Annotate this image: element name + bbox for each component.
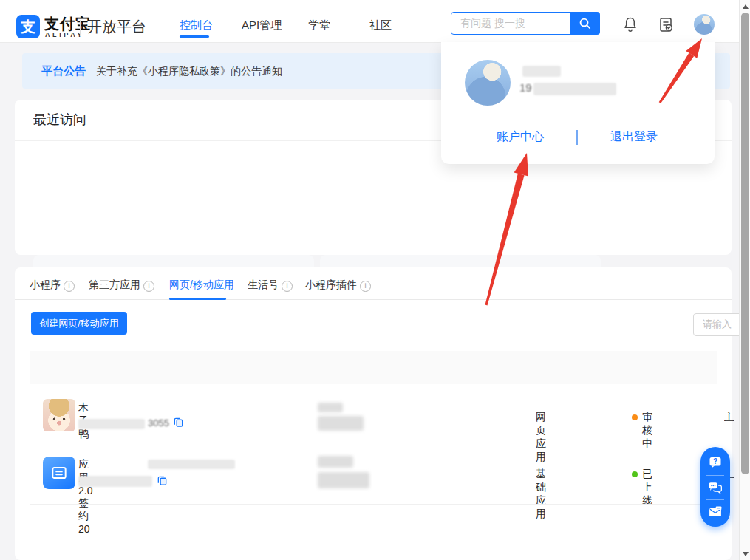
tab-active-underline: [169, 298, 226, 300]
tabs-divider: [15, 299, 732, 300]
question-bubble-icon: ?: [708, 455, 723, 470]
search-icon: [578, 16, 592, 30]
info-icon[interactable]: i: [360, 281, 371, 292]
copy-id-button[interactable]: [157, 475, 168, 489]
scrollbar-up-arrow[interactable]: [743, 4, 749, 9]
announcement-label: 平台公告: [41, 64, 86, 78]
row-app-id-tail: 3055: [148, 417, 169, 428]
widget-divider: [706, 499, 724, 500]
copy-icon: [157, 475, 168, 486]
row-app-name: 应用2.0签约20: [78, 458, 92, 535]
row-divider: [30, 504, 717, 505]
redacted-app-name: [148, 460, 235, 469]
tab-label: 小程序: [30, 279, 61, 290]
filter-input[interactable]: [701, 318, 743, 330]
row-role: 主: [724, 411, 736, 424]
top-navbar: 支 支付宝 ALIPAY 开放平台 控制台 API管理 学堂 社区: [0, 0, 739, 43]
redacted-owner-phone: [318, 416, 364, 431]
help-float-widget: ?: [700, 447, 730, 527]
tab-third-party[interactable]: 第三方应用 i: [89, 279, 154, 292]
announcement-link[interactable]: 关于补充《小程序隐私政策》的公告通知: [96, 65, 282, 78]
redacted-owner-phone: [318, 472, 369, 488]
nav-item-school[interactable]: 学堂: [308, 18, 330, 33]
alipay-open-platform-page: 支 支付宝 ALIPAY 开放平台 控制台 API管理 学堂 社区: [0, 0, 750, 560]
logo-divider: [80, 20, 81, 36]
user-dropdown-menu: 19 账户中心 退出登录: [441, 42, 715, 164]
bell-icon: [621, 16, 639, 33]
row-app-type: 基础应用: [536, 468, 546, 521]
tab-web-mobile-app[interactable]: 网页/移动应用: [169, 279, 234, 292]
app-avatar-image: [43, 399, 75, 431]
logout-link[interactable]: 退出登录: [610, 129, 658, 145]
app-default-icon: [43, 457, 75, 489]
redacted-app-id: [78, 419, 145, 429]
status-dot-online: [632, 471, 638, 477]
search-input-wrap: [451, 12, 570, 35]
tab-label: 生活号: [248, 279, 279, 290]
dropdown-vertical-divider: [576, 130, 578, 145]
scrollbar-down-arrow[interactable]: [743, 552, 749, 556]
table-header-row: 应用名称/ID 主体账号 应用类型 开发状态 我的角色: [30, 351, 717, 384]
nav-item-console[interactable]: 控制台: [180, 18, 213, 33]
alipay-logo-en: ALIPAY: [45, 31, 84, 38]
tab-label: 小程序插件: [305, 279, 357, 290]
faq-button[interactable]: ?: [708, 455, 723, 470]
scrollbar-thumb[interactable]: [741, 13, 749, 474]
feedback-mail-button[interactable]: [708, 505, 723, 519]
search-button[interactable]: [570, 12, 600, 35]
user-phone-fragment: 19: [519, 81, 532, 94]
chat-button[interactable]: [708, 480, 723, 495]
redacted-user-name: [522, 66, 561, 77]
recent-visits-title: 最近访问: [33, 111, 86, 129]
clipboard-check-icon: [657, 16, 675, 33]
alipay-logo-icon[interactable]: 支: [16, 15, 40, 38]
tab-label: 网页/移动应用: [169, 279, 234, 290]
copy-icon: [173, 417, 184, 428]
dropdown-divider: [463, 117, 695, 117]
mail-icon: [708, 505, 723, 519]
redacted-user-phone: [533, 83, 616, 95]
chat-bubbles-icon: [708, 480, 723, 495]
svg-text:?: ?: [713, 457, 717, 465]
nav-item-api[interactable]: API管理: [242, 18, 282, 33]
user-avatar[interactable]: [694, 14, 715, 35]
redacted-owner-name: [318, 456, 353, 468]
user-avatar-large: [465, 60, 511, 106]
info-icon[interactable]: i: [282, 281, 293, 292]
nav-active-underline: [180, 35, 209, 38]
row-app-type: 网页应用: [536, 411, 546, 464]
tab-mini-program[interactable]: 小程序 i: [30, 279, 75, 292]
tab-life-account[interactable]: 生活号 i: [248, 279, 293, 292]
row-divider: [30, 445, 717, 445]
nav-item-community[interactable]: 社区: [369, 18, 392, 33]
account-center-link[interactable]: 账户中心: [497, 129, 544, 145]
info-icon[interactable]: i: [64, 281, 75, 292]
copy-id-button[interactable]: [173, 417, 184, 431]
info-icon[interactable]: i: [143, 281, 154, 292]
tab-mini-program-plugin[interactable]: 小程序插件 i: [305, 279, 371, 292]
platform-title[interactable]: 开放平台: [87, 17, 146, 37]
search-input[interactable]: [459, 16, 565, 30]
redacted-owner-name: [318, 403, 343, 412]
status-dot-review: [632, 414, 638, 420]
widget-divider: [706, 475, 724, 476]
page-scrollbar[interactable]: [739, 0, 750, 560]
row-status: 已上线: [642, 468, 652, 508]
notification-bell-button[interactable]: [621, 16, 639, 33]
tasks-button[interactable]: [657, 16, 675, 33]
redacted-app-id: [78, 476, 152, 487]
create-web-mobile-app-button[interactable]: 创建网页/移动应用: [31, 312, 127, 335]
tab-label: 第三方应用: [89, 279, 140, 290]
